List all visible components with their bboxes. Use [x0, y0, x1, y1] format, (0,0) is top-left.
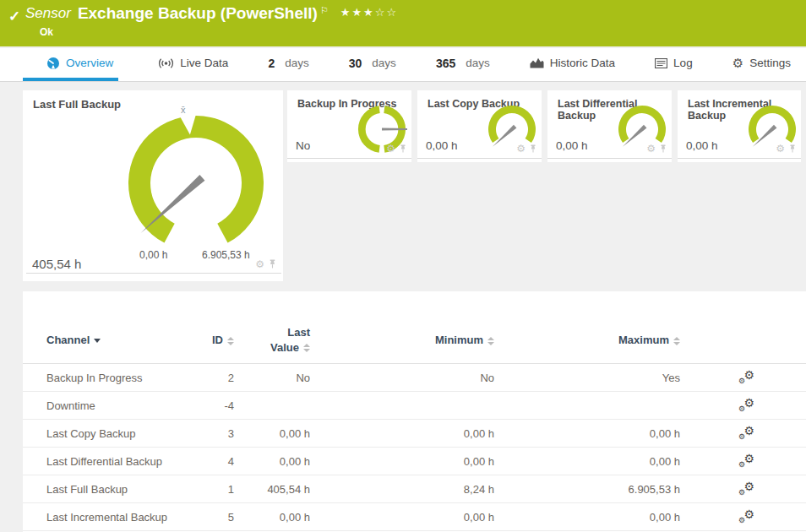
edit-channel-icon[interactable]: ⚙⚙	[738, 453, 756, 469]
table-row[interactable]: Last Full Backup 1 405,54 h 8,24 h 6.905…	[23, 475, 806, 503]
gear-icon[interactable]: ⚙	[776, 144, 785, 154]
gear-icon[interactable]: ⚙	[386, 144, 395, 154]
tab-settings[interactable]: ⚙ Settings	[732, 48, 791, 81]
column-header-maximum[interactable]: Maximum	[494, 334, 680, 346]
status-ok-check-icon: ✓	[8, 8, 20, 25]
sensor-status-header: ✓ Sensor Exchange Backup (PowerShell) ⚐ …	[0, 0, 806, 46]
primary-gauge-panel[interactable]: Last Full Backup x̄ 0,00 h 6.905,53 h 40…	[23, 90, 283, 281]
gear-icon[interactable]: ⚙	[516, 144, 526, 154]
average-marker: x̄	[181, 106, 186, 115]
table-row[interactable]: Downtime -4 ⚙⚙	[23, 392, 806, 420]
column-header-id[interactable]: ID	[207, 334, 234, 346]
gauge-current-value: No	[296, 139, 310, 152]
tab-30-days[interactable]: 30days	[349, 48, 396, 81]
tab-bar: Overview Live Data 2days 30days 365days …	[0, 48, 806, 82]
status-badge: Ok	[40, 26, 53, 38]
page-title: Exchange Backup (PowerShell)	[78, 4, 318, 23]
tab-2-days[interactable]: 2days	[268, 48, 308, 81]
channel-name: Last Copy Backup	[46, 427, 207, 440]
sort-desc-icon	[94, 339, 101, 343]
gauge-current-value: 0,00 h	[556, 139, 588, 152]
tab-log[interactable]: Log	[655, 48, 693, 81]
table-row[interactable]: Last Copy Backup 3 0,00 h 0,00 h 0,00 h …	[23, 420, 806, 448]
priority-stars[interactable]: ★★★☆☆	[340, 6, 398, 19]
tab-overview[interactable]: Overview	[23, 48, 118, 81]
channel-name: Last Full Backup	[46, 483, 207, 496]
column-header-channel[interactable]: Channel	[46, 334, 207, 346]
area-chart-icon	[530, 57, 544, 68]
gauge-current-value: 0,00 h	[426, 139, 458, 152]
gauge-current-value: 0,00 h	[686, 139, 718, 152]
channel-name: Backup In Progress	[46, 372, 207, 384]
sort-icon	[227, 337, 234, 345]
pin-icon[interactable]	[529, 144, 537, 154]
gauge-panel-backup-in-progress[interactable]: Backup In Progress No ⚙	[287, 90, 411, 162]
gear-icon: ⚙	[732, 56, 743, 71]
gauge-panel-last-incremental-backup[interactable]: Last Incremental Backup 0,00 h ⚙	[678, 90, 801, 162]
gauge-current-value: 405,54 h	[32, 257, 81, 271]
live-icon	[158, 57, 174, 69]
channel-name: Last Incremental Backup	[46, 511, 207, 524]
gear-icon[interactable]: ⚙	[255, 259, 264, 269]
gauge-panel-last-copy-backup[interactable]: Last Copy Backup 0,00 h ⚙	[417, 90, 542, 162]
tab-historic-data[interactable]: Historic Data	[530, 48, 615, 81]
edit-channel-icon[interactable]: ⚙⚙	[738, 398, 756, 413]
edit-channel-icon[interactable]: ⚙⚙	[738, 481, 756, 497]
table-row[interactable]: Last Incremental Backup 5 0,00 h 0,00 h …	[23, 503, 806, 531]
channel-name: Downtime	[46, 399, 207, 412]
table-row[interactable]: Backup In Progress 2 No No Yes ⚙⚙	[23, 364, 806, 392]
panel-divider	[547, 158, 672, 159]
panel-divider	[26, 273, 281, 274]
channel-table-panel: Channel ID Last Value Minimum Maximum Ba…	[23, 291, 806, 532]
edit-channel-icon[interactable]: ⚙⚙	[738, 426, 756, 441]
pin-icon[interactable]	[268, 259, 277, 269]
column-header-last-value[interactable]: Last Value	[234, 325, 310, 355]
gauge-scale-min: 0,00 h	[139, 249, 167, 261]
sort-icon	[303, 344, 310, 352]
pin-icon[interactable]	[659, 144, 667, 154]
table-header-row: Channel ID Last Value Minimum Maximum	[23, 291, 806, 364]
channel-name: Last Differential Backup	[46, 455, 207, 468]
gauge-panel-last-differential-backup[interactable]: Last Differential Backup 0,00 h ⚙	[547, 90, 672, 162]
log-icon	[655, 58, 667, 68]
column-header-minimum[interactable]: Minimum	[310, 334, 494, 346]
gauge-icon	[46, 57, 60, 70]
gear-icon[interactable]: ⚙	[646, 144, 656, 154]
edit-channel-icon[interactable]: ⚙⚙	[738, 370, 756, 385]
flag-icon[interactable]: ⚐	[320, 5, 329, 16]
pin-icon[interactable]	[788, 144, 797, 154]
tab-365-days[interactable]: 365days	[436, 48, 490, 81]
pin-icon[interactable]	[399, 144, 407, 154]
sort-icon	[673, 337, 680, 345]
panel-divider	[417, 158, 542, 159]
table-row[interactable]: Last Differential Backup 4 0,00 h 0,00 h…	[23, 448, 806, 475]
last-full-backup-gauge: x̄	[107, 106, 285, 254]
gauge-scale-max: 6.905,53 h	[202, 249, 250, 261]
edit-channel-icon[interactable]: ⚙⚙	[738, 509, 756, 524]
tab-live-data[interactable]: Live Data	[158, 48, 228, 81]
object-kind-label: Sensor	[25, 5, 71, 22]
sort-icon	[487, 337, 494, 345]
panel-divider	[287, 158, 411, 159]
panel-divider	[678, 158, 801, 159]
